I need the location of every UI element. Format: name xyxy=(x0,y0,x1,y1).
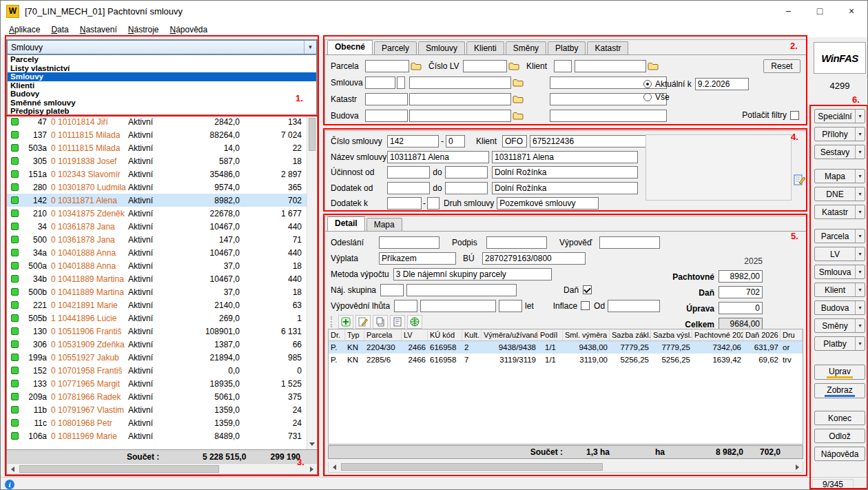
klient-browse-button[interactable] xyxy=(646,60,660,72)
detail-tab[interactable]: Detail xyxy=(327,216,365,231)
inflace-checkbox[interactable] xyxy=(581,301,590,310)
dropdown-item[interactable]: Budovy xyxy=(8,90,316,99)
odeslani-input[interactable] xyxy=(379,236,440,249)
notes-area[interactable] xyxy=(645,134,792,201)
col-header[interactable]: Parcela xyxy=(364,329,402,340)
parcela-input[interactable] xyxy=(365,60,409,72)
menu-item[interactable]: Nastavení xyxy=(74,23,123,37)
detail-tab[interactable]: Mapa xyxy=(366,218,402,231)
table-row[interactable]: 137 0 10111815 Milada Aktivní 88264,0 7 … xyxy=(7,128,317,141)
table-row[interactable]: 106a 0 10811969 Marie Aktivní 8489,0 731 xyxy=(7,429,317,442)
lhuta-input[interactable] xyxy=(394,300,417,312)
filter-tab[interactable]: Klienti xyxy=(466,41,504,54)
zobraz-button[interactable]: Zobraz xyxy=(814,383,865,398)
parcel-row[interactable]: P. KN 2285/6 2466 616958 7 3119/3119 1/1… xyxy=(329,354,803,366)
podpis-input[interactable] xyxy=(486,236,547,249)
smlouva-input[interactable] xyxy=(365,76,395,89)
katastr-input[interactable] xyxy=(365,93,408,105)
sidebar-menu-button[interactable]: Budova▼ xyxy=(814,300,865,315)
metoda-vypoctu-input[interactable] xyxy=(393,268,552,280)
chevron-down-icon[interactable]: ▼ xyxy=(304,41,316,54)
col-header[interactable]: LV xyxy=(402,329,428,340)
sidebar-action-button[interactable]: Nápověda xyxy=(814,447,865,461)
table-row[interactable]: 130 0 10511906 Františ Aktivní 108901,0 … xyxy=(7,325,317,338)
menu-item[interactable]: Aplikace xyxy=(3,23,45,37)
scroll-right-arrow-icon[interactable] xyxy=(306,464,317,474)
sidebar-action-button[interactable]: Odlož xyxy=(814,429,865,443)
potlacit-filtry-checkbox[interactable] xyxy=(790,111,799,120)
klient-typ-input[interactable] xyxy=(502,135,527,147)
table-row[interactable]: 11c 0 10801968 Petr Aktivní 1359,0 24 xyxy=(7,416,317,429)
katastr-nazev-input[interactable] xyxy=(409,93,511,105)
scroll-down-arrow-icon[interactable] xyxy=(307,439,317,449)
sidebar-menu-button[interactable]: Klient▼ xyxy=(814,283,865,297)
scrollbar-thumb[interactable] xyxy=(341,463,603,471)
naj-skupina-input[interactable] xyxy=(380,284,404,296)
close-button[interactable]: × xyxy=(836,1,867,21)
dropdown-item[interactable]: Předpisy plateb xyxy=(8,107,316,116)
sidebar-menu-button[interactable]: Speciální▼ xyxy=(814,109,865,123)
chevron-down-icon[interactable]: ▼ xyxy=(855,229,865,243)
filter-tab[interactable]: Směny xyxy=(506,41,546,54)
table-row[interactable]: 221 0 10421891 Marie Aktivní 2140,0 63 xyxy=(7,298,317,312)
info-icon[interactable]: i xyxy=(5,480,14,489)
horizontal-scrollbar[interactable] xyxy=(7,463,317,474)
chevron-down-icon[interactable]: ▼ xyxy=(855,337,865,350)
budova-text-input[interactable] xyxy=(550,110,667,122)
filter-tab[interactable]: Smlouvy xyxy=(418,41,465,54)
menu-item[interactable]: Nástroje xyxy=(123,23,165,37)
aktualni-k-date-input[interactable] xyxy=(695,78,749,90)
add-parcel-button[interactable] xyxy=(338,315,353,329)
filter-tab[interactable]: Platby xyxy=(548,41,586,54)
klient-typ-input[interactable] xyxy=(554,60,572,72)
chevron-down-icon[interactable]: ▼ xyxy=(855,145,865,159)
table-row[interactable]: 11b 0 10791967 Vlastim Aktivní 1359,0 24 xyxy=(7,403,317,416)
vypoved-input[interactable] xyxy=(599,236,660,249)
table-row[interactable]: 151a 0 102343 Slavomír Aktivní 35486,0 2… xyxy=(7,167,317,181)
naj-skupina-nazev-input[interactable] xyxy=(406,284,517,296)
table-row[interactable]: 199a 0 10551927 Jakub Aktivní 21894,0 98… xyxy=(7,351,317,364)
sidebar-menu-button[interactable]: Směny▼ xyxy=(814,318,865,333)
chevron-down-icon[interactable]: ▼ xyxy=(855,170,865,183)
menu-item[interactable]: Nápověda xyxy=(164,23,213,37)
maximize-button[interactable]: □ xyxy=(804,1,836,21)
sidebar-menu-button[interactable]: Platby▼ xyxy=(814,336,865,351)
ucinnost-misto-input[interactable] xyxy=(492,166,638,178)
cislo-smlouvy-sub-input[interactable] xyxy=(446,135,465,147)
table-row[interactable]: 505b 1 10441896 Lucie Aktivní 269,0 1 xyxy=(7,312,317,325)
table-row[interactable]: 133 0 10771965 Margit Aktivní 18935,0 1 … xyxy=(7,377,317,390)
scrollbar-thumb[interactable] xyxy=(19,465,219,473)
filter-tab[interactable]: Katastr xyxy=(587,41,628,54)
nazev-smlouvy-2-input[interactable] xyxy=(492,151,638,163)
chevron-down-icon[interactable]: ▼ xyxy=(855,301,865,314)
entity-combobox[interactable]: Smlouvy ▼ xyxy=(7,40,317,54)
col-header[interactable]: Daň 2026 xyxy=(743,329,781,340)
table-row[interactable]: 152 0 10701958 Františ Aktivní 0,0 0 xyxy=(7,364,317,377)
table-row[interactable]: 306 0 10531909 Zdeňka Aktivní 1387,0 66 xyxy=(7,338,317,351)
lhuta-roky-input[interactable] xyxy=(499,300,522,312)
uprav-button[interactable]: Uprav xyxy=(814,365,865,380)
budova-input[interactable] xyxy=(365,110,408,122)
scrollbar-thumb[interactable] xyxy=(309,118,316,151)
dropdown-item[interactable]: Klienti xyxy=(8,81,316,90)
menu-item[interactable]: Data xyxy=(45,23,74,37)
budova-nazev-input[interactable] xyxy=(409,110,511,122)
lhuta-nazev-input[interactable] xyxy=(420,300,496,312)
horizontal-scrollbar[interactable] xyxy=(328,462,803,473)
katastr-browse-button[interactable] xyxy=(511,93,525,105)
smlouva-nazev-input[interactable] xyxy=(409,76,511,89)
nazev-smlouvy-input[interactable] xyxy=(387,151,489,163)
table-row[interactable]: 305 0 10191838 Josef Aktivní 587,0 18 xyxy=(7,154,317,167)
dropdown-item[interactable]: Směnné smlouvy xyxy=(8,99,316,108)
druh-smlouvy-input[interactable] xyxy=(497,197,599,210)
sidebar-action-button[interactable]: Konec xyxy=(814,411,865,425)
table-row[interactable]: 34b 0 10411889 Martina Aktivní 10467,0 4… xyxy=(7,272,317,285)
dropdown-item[interactable]: Listy vlastnictví xyxy=(8,64,316,73)
dropdown-item[interactable]: Smlouvy xyxy=(8,72,316,81)
chevron-down-icon[interactable]: ▼ xyxy=(855,127,865,141)
scroll-right-arrow-icon[interactable] xyxy=(792,462,803,472)
table-row[interactable]: 500 0 10361878 Jana Aktivní 147,0 71 xyxy=(7,233,317,246)
cislo-lv-input[interactable] xyxy=(463,60,507,72)
pachtovne-input[interactable] xyxy=(719,270,763,283)
ucinnost-od-input[interactable] xyxy=(387,166,430,178)
